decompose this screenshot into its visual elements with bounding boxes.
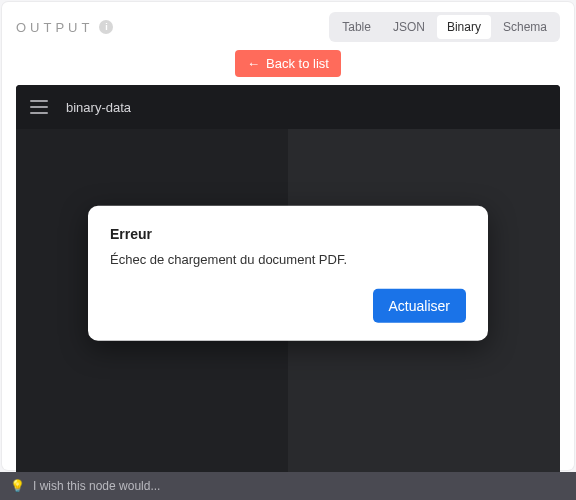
tab-binary[interactable]: Binary bbox=[437, 15, 491, 39]
error-dialog: Erreur Échec de chargement du document P… bbox=[88, 206, 488, 341]
back-to-list-button[interactable]: ← Back to list bbox=[235, 50, 341, 77]
viewer-topbar: binary-data bbox=[16, 85, 560, 129]
feedback-input[interactable] bbox=[33, 479, 566, 493]
document-title: binary-data bbox=[66, 100, 131, 115]
error-title: Erreur bbox=[110, 226, 466, 242]
hamburger-menu-icon[interactable] bbox=[30, 100, 48, 114]
output-title: OUTPUT bbox=[16, 20, 93, 35]
binary-viewer: binary-data Erreur Échec de chargement d… bbox=[16, 85, 560, 483]
error-message: Échec de chargement du document PDF. bbox=[110, 252, 466, 267]
panel-header: OUTPUT i Table JSON Binary Schema bbox=[2, 2, 574, 48]
tab-table[interactable]: Table bbox=[332, 15, 381, 39]
arrow-left-icon: ← bbox=[247, 57, 260, 70]
tab-json[interactable]: JSON bbox=[383, 15, 435, 39]
output-panel: OUTPUT i Table JSON Binary Schema ← Back… bbox=[2, 2, 574, 470]
feedback-footer: 💡 bbox=[0, 472, 576, 500]
output-label-group: OUTPUT i bbox=[16, 20, 113, 35]
back-row: ← Back to list bbox=[2, 48, 574, 85]
tab-schema[interactable]: Schema bbox=[493, 15, 557, 39]
error-actions: Actualiser bbox=[110, 289, 466, 323]
info-icon[interactable]: i bbox=[99, 20, 113, 34]
back-button-label: Back to list bbox=[266, 56, 329, 71]
lightbulb-icon: 💡 bbox=[10, 479, 25, 493]
refresh-button[interactable]: Actualiser bbox=[373, 289, 466, 323]
view-tabs: Table JSON Binary Schema bbox=[329, 12, 560, 42]
